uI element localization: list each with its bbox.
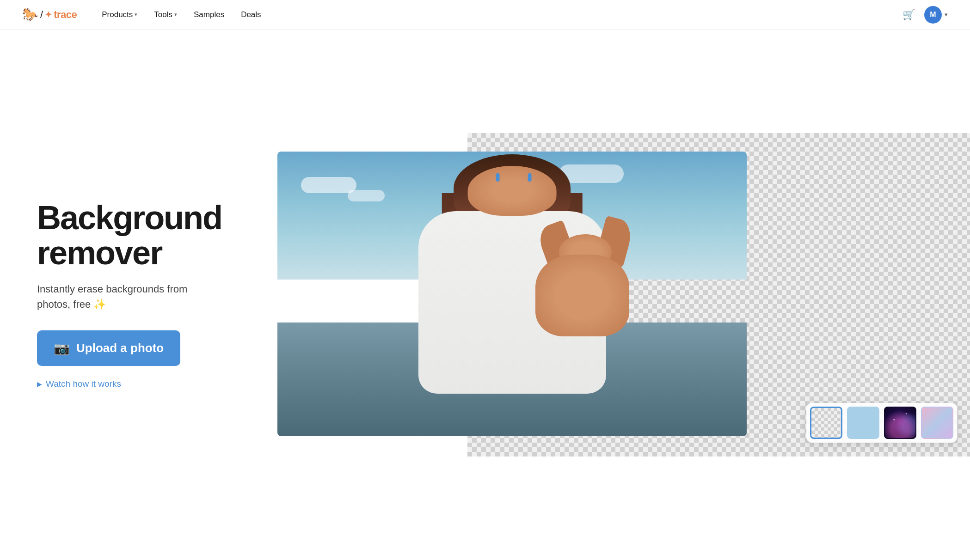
hero-left: Background remover Instantly erase backg… xyxy=(37,201,259,389)
products-chevron-icon: ▾ xyxy=(135,12,137,18)
logo[interactable]: 🐎 / ✦ trace xyxy=(22,7,77,22)
nav-samples-label: Samples xyxy=(194,10,224,19)
nav-deals-label: Deals xyxy=(241,10,261,19)
swatch-blue[interactable] xyxy=(847,407,879,439)
hero-section: Background remover Instantly erase backg… xyxy=(0,30,970,560)
cloud-2 xyxy=(348,190,385,201)
watch-label: Watch how it works xyxy=(46,379,121,389)
nav-right: 🛒 M ▾ xyxy=(902,6,948,24)
dog-figure xyxy=(524,234,641,337)
hero-title-line2: remover xyxy=(37,234,162,271)
swatch-transparent[interactable] xyxy=(810,407,842,439)
head xyxy=(467,166,557,216)
nav-products[interactable]: Products ▾ xyxy=(95,6,144,23)
nav-links: Products ▾ Tools ▾ Samples Deals xyxy=(95,6,902,23)
watch-how-link[interactable]: ▶ Watch how it works xyxy=(37,379,259,389)
hero-title-line1: Background xyxy=(37,199,222,236)
avatar[interactable]: M xyxy=(924,6,942,24)
logo-slash: / xyxy=(40,9,43,21)
earring-right xyxy=(528,173,532,182)
navbar: 🐎 / ✦ trace Products ▾ Tools ▾ Samples D… xyxy=(0,0,970,30)
upload-photo-button[interactable]: 📷 Upload a photo xyxy=(37,330,180,366)
nav-tools-label: Tools xyxy=(154,10,172,19)
cloud-1 xyxy=(301,177,356,193)
nav-tools[interactable]: Tools ▾ xyxy=(147,6,184,23)
dog-body xyxy=(535,255,629,336)
swatch-pastel[interactable] xyxy=(921,407,953,439)
background-swatch-bar xyxy=(806,403,957,443)
nav-deals[interactable]: Deals xyxy=(234,6,267,23)
logo-brand: trace xyxy=(54,9,77,21)
hero-subtitle: Instantly erase backgrounds fromphotos, … xyxy=(37,281,259,312)
nav-samples[interactable]: Samples xyxy=(187,6,231,23)
cart-icon[interactable]: 🛒 xyxy=(902,9,915,21)
person-figure xyxy=(395,166,630,394)
camera-icon: 📷 xyxy=(54,341,70,356)
hero-right xyxy=(277,133,948,457)
tools-chevron-icon: ▾ xyxy=(174,12,177,18)
swatch-galaxy[interactable] xyxy=(884,407,916,439)
user-dropdown-icon[interactable]: ▾ xyxy=(945,11,948,18)
play-icon: ▶ xyxy=(37,380,42,388)
hero-subtitle-text: Instantly erase backgrounds fromphotos, … xyxy=(37,283,187,310)
user-area[interactable]: M ▾ xyxy=(924,6,948,24)
logo-animal-icon: 🐎 xyxy=(22,7,38,22)
hero-photo xyxy=(277,152,747,436)
logo-star-icon: ✦ xyxy=(45,10,52,20)
earring-left xyxy=(496,173,500,182)
nav-products-label: Products xyxy=(102,10,133,19)
hero-title: Background remover xyxy=(37,201,259,270)
upload-button-label: Upload a photo xyxy=(76,341,164,355)
